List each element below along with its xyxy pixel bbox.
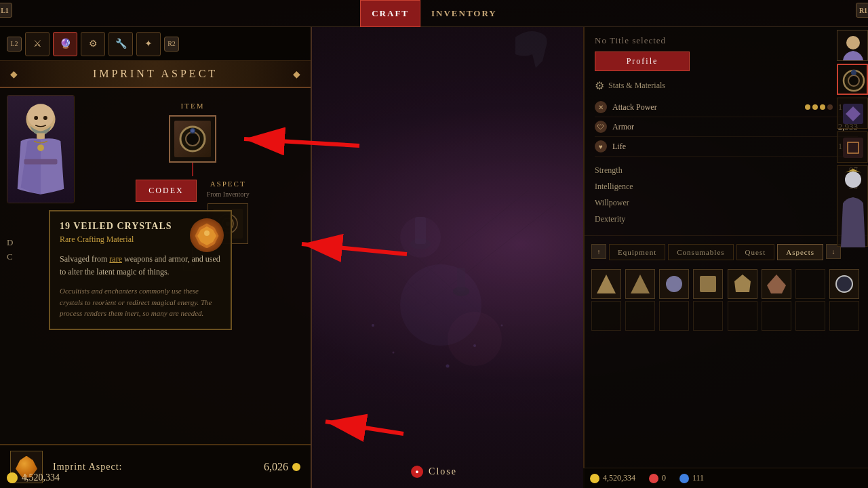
gold-display: 4,520,334 [0, 468, 66, 488]
inv-cell[interactable] [693, 301, 723, 331]
tall-portrait[interactable] [837, 165, 868, 247]
connector-1 [192, 163, 193, 176]
aspects-tab[interactable]: Aspects [777, 244, 823, 260]
life-row: ♥ Life 1,428 [595, 137, 858, 157]
inv-cell[interactable] [762, 301, 791, 331]
codex-button[interactable]: CODEX [136, 180, 196, 202]
dot [820, 104, 825, 110]
inv-cell[interactable] [728, 269, 757, 299]
portrait-slot-1[interactable] [837, 30, 868, 61]
aspect-label: ASPECT [207, 180, 250, 188]
svg-point-19 [27, 104, 54, 127]
strength-label: Strength [595, 165, 623, 176]
craft-tab-4[interactable]: 🔧 [108, 32, 133, 56]
right-bottom-bar: 4,520,334 0 111 [583, 468, 868, 488]
portrait-slot-2-active[interactable] [837, 64, 868, 95]
inv-cell[interactable] [659, 301, 689, 331]
panel-title-bar: IMPRINT ASPECT [0, 61, 311, 88]
inv-cell[interactable] [795, 301, 825, 331]
inv-cell[interactable] [625, 269, 655, 299]
l2-badge: L2 [7, 37, 22, 52]
gold-res-value: 4,520,334 [603, 473, 635, 483]
craft-panel: L2 ⚔ 🔮 ⚙ 🔧 ✦ R2 IMPRINT ASPECT [0, 27, 312, 488]
svg-point-37 [666, 276, 682, 292]
svg-point-17 [446, 365, 450, 368]
portrait-slot-3[interactable] [837, 98, 868, 129]
intelligence-label: Intelligence [595, 182, 633, 192]
attack-power-row: ✕ Attack Power 1,088 [595, 98, 858, 117]
inv-cell[interactable] [659, 269, 689, 299]
svg-point-40 [846, 36, 860, 49]
inv-cell[interactable] [762, 269, 791, 299]
inv-cell[interactable] [829, 269, 859, 299]
svg-point-43 [851, 70, 856, 75]
gold-icon-small [292, 463, 300, 471]
gold-coin-icon [7, 472, 18, 483]
consumables-tab[interactable]: Consumables [668, 244, 733, 260]
gold-res-icon [590, 474, 599, 483]
inv-cell[interactable] [829, 301, 859, 331]
svg-point-24 [37, 144, 44, 151]
dexterity-row: Dexterity 103 [595, 211, 858, 227]
inventory-nav-button[interactable]: INVENTORY [420, 0, 508, 27]
right-portraits [834, 27, 868, 249]
svg-point-20 [34, 116, 38, 120]
equipment-tab[interactable]: Equipment [609, 244, 665, 260]
red-resource: 0 [649, 473, 666, 483]
craft-tab-5[interactable]: ✦ [136, 32, 161, 56]
life-icon: ♥ [595, 140, 607, 152]
svg-point-16 [501, 325, 503, 327]
inv-cell[interactable] [693, 269, 723, 299]
strength-row: Strength 97 [595, 162, 858, 178]
svg-point-42 [848, 75, 859, 86]
portrait-slot-4[interactable] [837, 131, 868, 163]
inv-cell[interactable] [728, 301, 757, 331]
willpower-row: Willpower 72 [595, 195, 858, 211]
blue-res-value: 111 [692, 473, 704, 483]
quest-tab[interactable]: Quest [736, 244, 775, 260]
inv-cell[interactable] [591, 269, 621, 299]
label-c: C [7, 251, 13, 262]
panel-title: IMPRINT ASPECT [93, 68, 218, 80]
inv-cell[interactable] [625, 301, 655, 331]
craft-tab-3[interactable]: ⚙ [81, 32, 105, 56]
craft-tabs: L2 ⚔ 🔮 ⚙ 🔧 ✦ R2 [0, 27, 311, 61]
svg-rect-10 [415, 217, 426, 244]
attributes-section: Strength 97 Intelligence 99 Willpower 72… [585, 157, 868, 232]
item-icon [174, 121, 211, 157]
close-label: Close [429, 466, 457, 477]
svg-rect-23 [24, 159, 58, 165]
right-panel: No Title selected Profile ⚙ Stats & Mate… [583, 27, 868, 488]
item-slot[interactable] [169, 115, 216, 163]
attack-icon: ✕ [595, 101, 607, 113]
imprint-cost: 6,026 [264, 461, 300, 473]
dot [812, 104, 818, 110]
stats-section: ⚙ Stats & Materials ✕ Attack Power 1,088… [585, 79, 868, 157]
crystal-icon [190, 218, 224, 252]
craft-nav-button[interactable]: CRAFT [360, 0, 420, 27]
profile-button[interactable]: Profile [595, 52, 690, 71]
rare-highlight: rare [109, 254, 122, 264]
attack-dots [805, 104, 833, 110]
inv-cell[interactable] [591, 301, 621, 331]
tooltip-description: Salvaged from rare weapons and armor, an… [60, 253, 221, 279]
label-d: D [7, 237, 13, 248]
svg-point-21 [43, 116, 47, 120]
inv-tab-left-badge: ↑ [591, 244, 606, 259]
inv-cell[interactable] [795, 269, 825, 299]
dot [805, 104, 810, 110]
char-figure [7, 96, 74, 203]
dexterity-label: Dexterity [595, 214, 625, 224]
inventory-tabs: ↑ Equipment Consumables Quest Aspects ↓ [585, 239, 868, 266]
svg-point-46 [845, 171, 861, 188]
right-header: No Title selected Profile [585, 27, 868, 79]
craft-tab-1[interactable]: ⚔ [25, 32, 50, 56]
gold-amount: 4,520,334 [22, 472, 60, 483]
life-label: ♥ Life [595, 140, 626, 152]
craft-tab-2[interactable]: 🔮 [53, 32, 77, 56]
close-button[interactable]: ● Close [411, 466, 457, 478]
svg-point-39 [836, 276, 852, 292]
imprint-label: Imprint Aspect: [53, 462, 254, 472]
svg-point-7 [448, 312, 502, 366]
svg-point-13 [372, 324, 374, 327]
